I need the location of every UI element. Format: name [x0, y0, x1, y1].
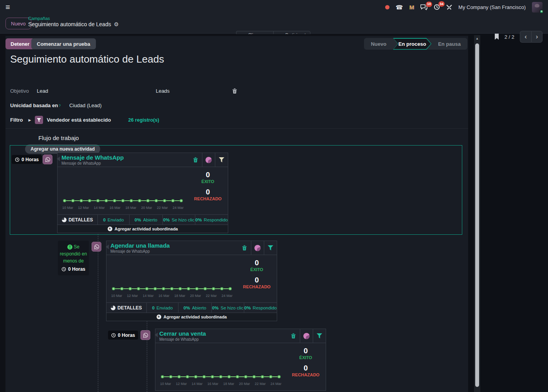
stat-enviado[interactable]: 0Enviado	[97, 215, 130, 225]
stage-pipeline: Nuevo En proceso En pausa	[364, 38, 467, 50]
objetivo-tag[interactable]: Leads	[156, 88, 169, 94]
activity-title: Mensaje de WhatsApp	[61, 154, 185, 161]
start-test-button[interactable]: Comenzar una prueba	[31, 38, 96, 49]
pie-icon	[62, 218, 67, 222]
connector-line	[98, 234, 98, 392]
bookmark-icon[interactable]	[494, 34, 499, 40]
help-question-icon[interactable]: ?	[59, 104, 61, 108]
filter-toggle-button[interactable]	[264, 241, 277, 255]
delete-activity-icon[interactable]	[189, 153, 202, 167]
exito-value: 0	[237, 259, 277, 267]
whatsapp-icon[interactable]	[92, 242, 101, 252]
phone-icon[interactable]: ☎	[396, 4, 403, 10]
stat-clic[interactable]: 0%Se hizo clic	[162, 215, 195, 225]
scrollbar-thumb[interactable]	[475, 43, 479, 387]
vertical-scrollbar[interactable]: ▲	[474, 35, 480, 392]
rechazado-label: RECHAZADO	[237, 284, 277, 289]
stat-abierto[interactable]: 0%Abierto	[129, 215, 162, 225]
graph-toggle-button[interactable]	[300, 329, 313, 343]
app-window: ≡ ☎ M 10 34 My Company (San Francisco) ✕…	[0, 0, 548, 392]
activity-card-cerrar-venta: Cerrar una venta Mensaje de WhatsApp 10 …	[155, 329, 326, 391]
graph-toggle-button[interactable]	[251, 241, 264, 255]
filter-toggle-button[interactable]	[215, 153, 228, 167]
pager-counter: 2 / 2	[505, 34, 514, 40]
control-panel: Nuevo Campañas Seguimiento automático de…	[0, 14, 548, 34]
stop-button[interactable]: Detener	[5, 38, 34, 49]
whatsapp-icon[interactable]	[141, 330, 150, 340]
company-switcher[interactable]: My Company (San Francisco)	[458, 4, 526, 10]
activity-title-block[interactable]: Mensaje de WhatsApp Mensaje de WhatsApp	[58, 153, 189, 167]
stage-nuevo[interactable]: Nuevo	[364, 41, 393, 47]
unicidad-label: Unicidad basada en	[10, 102, 58, 108]
unicidad-value[interactable]: Ciudad (Lead)	[69, 102, 101, 108]
objetivo-value[interactable]: Lead	[37, 88, 48, 94]
chart-x-axis: 10 Mar12 Mar14 Mar16 Mar18 Mar20 Mar22 M…	[110, 294, 234, 298]
rechazado-label: RECHAZADO	[286, 372, 326, 377]
exito-label: ÉXITO	[237, 267, 277, 272]
stage-en-proceso[interactable]: En proceso	[393, 38, 431, 50]
funnel-icon	[219, 157, 224, 162]
trigger-delay-badge[interactable]: 0 Horas	[108, 331, 138, 340]
graph-toggle-button[interactable]	[202, 153, 215, 167]
delete-target-icon[interactable]	[232, 88, 237, 94]
tools-icon[interactable]	[446, 4, 452, 10]
whatsapp-icon[interactable]	[43, 155, 52, 164]
details-button[interactable]: DETALLES	[58, 215, 97, 225]
activity-chart	[110, 258, 234, 293]
messages-icon[interactable]: 10	[420, 4, 427, 10]
form-status-bar: Detener Comenzar una prueba Nuevo En pro…	[5, 36, 468, 52]
activity-kpis: 0 ÉXITO 0 RECHAZADO	[188, 167, 228, 214]
exito-value: 0	[188, 171, 228, 179]
activity-title-block[interactable]: Agendar una llamada Mensaje de WhatsApp	[106, 241, 238, 255]
records-count-link[interactable]: 26 registro(s)	[128, 117, 159, 123]
caret-right-icon[interactable]: ▶	[29, 118, 31, 122]
activity-kpis: 0 ÉXITO 0 RECHAZADO	[286, 343, 326, 390]
activity-card-mensaje-whatsapp: Mensaje de WhatsApp Mensaje de WhatsApp …	[57, 153, 228, 233]
funnel-icon	[317, 333, 322, 338]
details-button[interactable]: DETALLES	[106, 303, 146, 313]
delete-activity-icon[interactable]	[238, 241, 251, 255]
exito-label: ÉXITO	[286, 355, 326, 360]
delete-activity-icon[interactable]	[287, 329, 300, 343]
page-title: Seguimiento automático de Leads	[10, 53, 164, 65]
trigger-condition-note[interactable]: !Se respondió en menos de 0 Horas	[58, 241, 89, 275]
stat-respondido[interactable]: 0%Respondido	[195, 215, 228, 225]
activity-title-block[interactable]: Cerrar una venta Mensaje de WhatsApp	[155, 329, 287, 343]
activity-title: Agendar una llamada	[110, 242, 234, 249]
filtro-label: Filtro	[10, 117, 23, 123]
exito-label: ÉXITO	[188, 179, 228, 184]
breadcrumb-parent[interactable]: Campañas	[28, 16, 119, 21]
filter-chip-button[interactable]	[35, 116, 43, 124]
objetivo-label: Objetivo	[10, 88, 32, 94]
gear-icon[interactable]: ⚙	[114, 21, 119, 27]
clock-icon	[111, 333, 116, 338]
activity-chart	[159, 346, 283, 381]
funnel-icon	[268, 245, 273, 250]
stage-en-pausa[interactable]: En pausa	[431, 41, 467, 47]
pager-previous-button[interactable]: ‹	[520, 31, 531, 43]
add-child-activity-button[interactable]: + Agregar actividad subordinada	[58, 225, 228, 233]
apps-icon[interactable]: M	[409, 4, 415, 10]
new-button[interactable]: Nuevo	[5, 18, 31, 29]
scroll-up-button[interactable]: ▲	[474, 35, 480, 42]
chart-x-axis: 10 Mar12 Mar14 Mar16 Mar18 Mar20 Mar22 M…	[159, 382, 283, 386]
status-x-icon: ✕	[539, 9, 544, 14]
exclamation-icon: !	[67, 245, 72, 250]
clock-icon	[61, 267, 66, 272]
activity-card-agendar-llamada: Agendar una llamada Mensaje de WhatsApp …	[106, 241, 277, 321]
stat-clic[interactable]: 0%Se hizo clic	[211, 303, 244, 313]
pager-next-button[interactable]: ›	[531, 31, 543, 43]
trigger-delay-badge[interactable]: 0 Horas	[12, 155, 42, 164]
avatar[interactable]: ✕	[532, 2, 543, 13]
pie-chart-icon	[303, 333, 310, 339]
stat-respondido[interactable]: 0%Respondido	[244, 303, 277, 313]
add-child-activity-button[interactable]: + Agregar actividad subordinada	[106, 313, 277, 321]
form-view: Detener Comenzar una prueba Nuevo En pro…	[0, 34, 468, 392]
chart-x-axis: 10 Mar12 Mar14 Mar16 Mar18 Mar20 Mar22 M…	[61, 206, 185, 210]
stat-enviado[interactable]: 0Enviado	[146, 303, 178, 313]
filtro-value[interactable]: Vendedor está establecido	[47, 117, 111, 123]
filter-toggle-button[interactable]	[313, 329, 326, 343]
stat-abierto[interactable]: 0%Abierto	[178, 303, 211, 313]
activities-clock-icon[interactable]: 34	[434, 4, 440, 10]
hamburger-menu-icon[interactable]: ≡	[5, 3, 10, 11]
